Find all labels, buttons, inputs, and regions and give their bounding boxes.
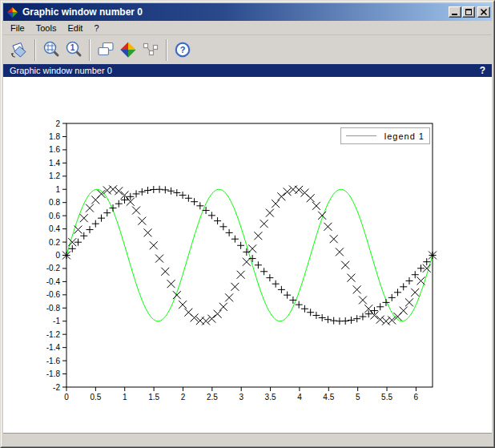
svg-text:-1: -1: [53, 317, 60, 325]
svg-text:1: 1: [123, 393, 127, 402]
svg-text:-0.2: -0.2: [46, 264, 61, 272]
svg-text:-0.8: -0.8: [46, 304, 61, 313]
toolbar-separator: [34, 39, 36, 61]
legend-label: legend 1: [384, 131, 425, 141]
close-button[interactable]: [477, 6, 490, 18]
menu-tools[interactable]: Tools: [30, 22, 62, 34]
pinwheel-diamond-button[interactable]: [117, 38, 139, 61]
toolbar-separator: [166, 39, 167, 61]
help-button[interactable]: ?: [171, 38, 194, 61]
svg-text:1: 1: [55, 185, 60, 194]
toolbar: 1: [3, 34, 492, 64]
svg-text:?: ?: [180, 45, 186, 54]
svg-text:-2: -2: [53, 383, 60, 392]
svg-text:1.5: 1.5: [148, 393, 159, 402]
svg-text:6: 6: [414, 393, 419, 402]
graphic-window: Graphic window number 0 File Tools Edit …: [0, 0, 495, 448]
plot-canvas[interactable]: 00.511.522.533.544.555.5621.81.61.41.210…: [3, 77, 492, 433]
svg-text:0: 0: [55, 251, 60, 260]
help-icon: ?: [173, 40, 192, 59]
menu-help[interactable]: ?: [88, 22, 104, 34]
svg-text:-1.2: -1.2: [46, 330, 61, 339]
svg-text:-0.6: -0.6: [46, 290, 61, 299]
rotate-icon: [10, 40, 29, 59]
svg-text:5.5: 5.5: [381, 393, 392, 402]
legend: legend 1: [340, 127, 430, 144]
titlebar[interactable]: Graphic window number 0: [3, 3, 492, 21]
menu-file[interactable]: File: [5, 22, 30, 34]
svg-text:0.4: 0.4: [49, 224, 60, 233]
menubar: File Tools Edit ?: [3, 21, 492, 34]
svg-text:2: 2: [181, 393, 186, 402]
dialogs-icon: [96, 40, 115, 59]
minimize-icon: [452, 14, 457, 15]
statusbar: [3, 433, 492, 445]
rotate-button[interactable]: [8, 38, 30, 61]
maximize-button[interactable]: [462, 6, 475, 18]
minimize-button[interactable]: [449, 6, 461, 18]
svg-text:0.5: 0.5: [90, 393, 101, 402]
svg-text:-0.4: -0.4: [46, 277, 61, 286]
legend-line-sample: [346, 135, 376, 136]
svg-text:4.5: 4.5: [323, 393, 334, 402]
infobar-help-glyph[interactable]: ?: [480, 65, 485, 76]
toolbar-separator: [89, 39, 91, 61]
zoom-area-button[interactable]: [40, 38, 62, 61]
close-icon: [479, 7, 489, 17]
maximize-icon: [465, 9, 472, 15]
svg-text:0: 0: [64, 393, 69, 402]
svg-text:4: 4: [297, 393, 302, 402]
svg-text:3.5: 3.5: [265, 393, 276, 402]
figure-infobar-title: Graphic window number 0: [10, 66, 480, 75]
window-title: Graphic window number 0: [22, 6, 448, 18]
svg-text:1.8: 1.8: [49, 132, 60, 141]
svg-text:-1.8: -1.8: [46, 369, 61, 378]
svg-text:2.5: 2.5: [207, 393, 218, 402]
figure-infobar: Graphic window number 0 ?: [3, 64, 492, 77]
svg-text:0.2: 0.2: [49, 238, 60, 247]
zoom-1-1-icon: 1: [64, 40, 83, 59]
zoom-area-icon: [42, 40, 61, 59]
svg-text:2: 2: [55, 119, 60, 128]
svg-text:3: 3: [239, 393, 243, 402]
scilab-pinwheel-icon: [6, 6, 18, 18]
svg-text:-1.6: -1.6: [46, 357, 61, 365]
pinwheel-diamond-icon: [119, 41, 137, 59]
node-graph-icon: [141, 40, 160, 59]
svg-text:1: 1: [70, 43, 75, 52]
dialogs-button[interactable]: [95, 38, 117, 61]
menu-edit[interactable]: Edit: [62, 22, 88, 34]
node-graph-button[interactable]: [139, 38, 162, 61]
svg-text:1.6: 1.6: [49, 145, 60, 154]
window-border: Graphic window number 0 File Tools Edit …: [1, 1, 494, 447]
zoom-1-1-button[interactable]: 1: [62, 38, 85, 61]
svg-text:1.4: 1.4: [49, 159, 60, 167]
svg-text:1.2: 1.2: [49, 172, 60, 180]
svg-text:-1.4: -1.4: [46, 343, 61, 352]
svg-text:0.6: 0.6: [49, 212, 60, 220]
svg-text:5: 5: [356, 393, 360, 402]
window-body: Graphic window number 0 File Tools Edit …: [2, 2, 493, 446]
svg-text:0.8: 0.8: [49, 198, 60, 207]
